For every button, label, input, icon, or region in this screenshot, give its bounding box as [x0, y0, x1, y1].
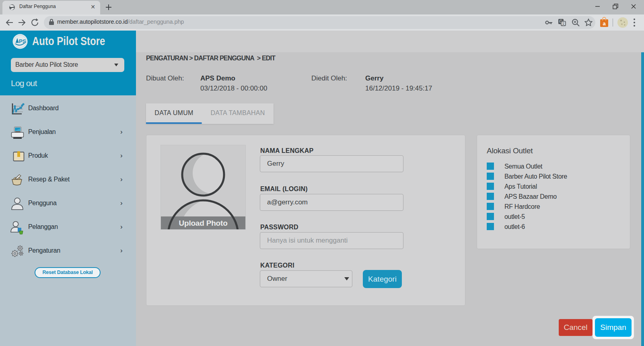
svg-text:a: a [603, 21, 606, 27]
svg-text:PS: PS [19, 38, 26, 44]
svg-text:文: 文 [562, 22, 565, 26]
